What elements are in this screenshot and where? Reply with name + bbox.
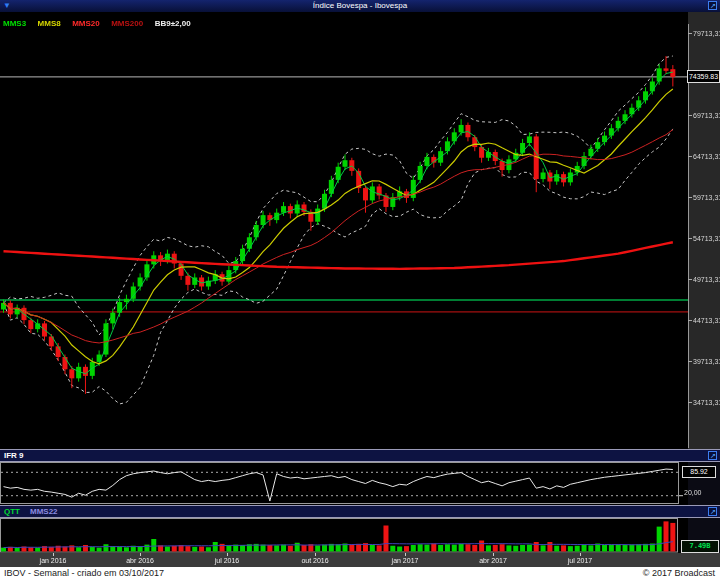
time-axis-tick: out 2016 (301, 556, 328, 565)
ifr-popout-icon[interactable] (708, 451, 717, 460)
price-axis-tick: 54713,31 (693, 234, 720, 243)
status-symbol-info: IBOV - Semanal - criado em 03/10/2017 (4, 568, 164, 579)
chart-title: Índice Bovespa - Ibovespa (0, 1, 720, 11)
trading-app-window: ▼ Índice Bovespa - Ibovespa MMS3 MMS8 MM… (0, 0, 720, 580)
price-axis-tick: 34713,31 (693, 398, 720, 407)
title-bar: ▼ Índice Bovespa - Ibovespa (0, 0, 720, 12)
qtt-popout-icon[interactable] (708, 507, 717, 516)
legend-item-mms200[interactable]: MMS200 (111, 19, 143, 28)
price-axis-tick: 44713,31 (693, 316, 720, 325)
legend-item-mms3[interactable]: MMS3 (3, 19, 26, 28)
legend-item-mms8[interactable]: MMS8 (38, 19, 61, 28)
price-axis-tick: 39713,31 (693, 357, 720, 366)
time-axis-tick: jan 2016 (40, 556, 67, 565)
last-price-box: 74359.83 (687, 70, 720, 83)
legend-item-mms20[interactable]: MMS20 (72, 19, 100, 28)
qtt-panel-header: QTT MMS22 (0, 505, 720, 518)
time-axis-tick: jul 2017 (568, 556, 593, 565)
indicator-legend: MMS3 MMS8 MMS20 MMS200 BB9±2,00 (0, 12, 688, 24)
ifr-lower-guide-label: 20,00 (684, 489, 702, 496)
time-axis-tick: abr 2016 (126, 556, 154, 565)
chart-canvas[interactable] (0, 0, 720, 580)
time-axis-tick: jan 2017 (392, 556, 419, 565)
price-axis-tick: 49713,31 (693, 275, 720, 284)
price-axis-tick: 64713,31 (693, 152, 720, 161)
status-bar: IBOV - Semanal - criado em 03/10/2017 © … (0, 567, 720, 580)
price-axis-tick: 69713,31 (693, 111, 720, 120)
price-axis-tick: 59713,31 (693, 193, 720, 202)
legend-item-bb9[interactable]: BB9±2,00 (155, 19, 191, 28)
time-axis-tick: jul 2016 (215, 556, 240, 565)
status-copyright: © 2017 Broadcast (643, 568, 715, 579)
price-axis-tick: 79713,31 (693, 29, 720, 38)
ifr-panel-header: IFR 9 (0, 449, 720, 462)
time-axis-tick: abr 2017 (479, 556, 507, 565)
volume-value-box: 7.49B (681, 540, 719, 553)
popout-icon[interactable] (708, 1, 717, 10)
ifr-value-box: 85.92 (682, 466, 716, 478)
qtt-mms22-label: MMS22 (30, 507, 58, 517)
ifr-panel-title: IFR 9 (4, 451, 24, 461)
qtt-panel-title: QTT (4, 507, 20, 517)
